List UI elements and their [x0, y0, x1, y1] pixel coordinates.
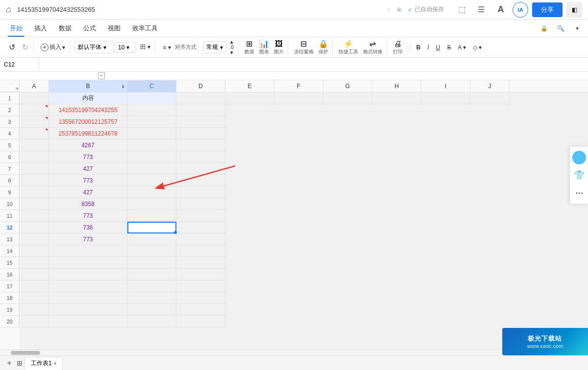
cell-b5[interactable]: 4267 — [49, 139, 127, 151]
cell-a8[interactable] — [20, 175, 49, 186]
right-panel-item-3[interactable]: ⋯ — [572, 186, 586, 200]
menu-item-view[interactable]: 视图 — [102, 21, 126, 36]
cell-a7[interactable] — [20, 163, 49, 175]
cell-j1[interactable] — [470, 92, 510, 104]
cell-d1[interactable] — [176, 92, 225, 104]
row-header-10[interactable]: 10 — [0, 198, 20, 210]
cell-a15[interactable] — [20, 257, 49, 269]
cell-d8[interactable] — [176, 175, 225, 186]
cell-a14[interactable] — [20, 245, 49, 257]
col-header-d[interactable]: D — [176, 80, 225, 92]
cell-d5[interactable] — [176, 139, 225, 151]
cell-b13[interactable]: 773 — [49, 233, 127, 245]
cell-c7[interactable] — [127, 163, 176, 175]
row-header-1[interactable]: 1 — [0, 92, 20, 104]
cell-b14[interactable] — [49, 245, 127, 257]
cell-d7[interactable] — [176, 163, 225, 175]
row-header-13[interactable]: 13 — [0, 233, 20, 245]
menu-item-insert[interactable]: 插入 — [28, 21, 53, 36]
cell-name-box[interactable]: C12 — [0, 58, 39, 71]
row-header-16[interactable]: 16 — [0, 269, 20, 280]
menu-item-efficiency[interactable]: 效率工具 — [126, 21, 164, 36]
cell-b12[interactable]: 736 — [49, 222, 127, 233]
cell-a12[interactable] — [20, 222, 49, 233]
cell-b8[interactable]: 773 — [49, 175, 127, 186]
data-button[interactable]: ⊞ 数据 — [243, 39, 256, 55]
cell-b18[interactable] — [49, 292, 127, 304]
bold-button[interactable]: B — [414, 42, 424, 53]
sheet-tab-icon[interactable]: ⊞ — [17, 359, 23, 367]
chart-button[interactable]: 📊 图表 — [257, 39, 271, 55]
cell-d9[interactable] — [176, 186, 225, 198]
font-size-selector[interactable]: 10 ▾ — [115, 42, 136, 53]
cell-b4[interactable]: 253785199811224678 — [49, 128, 127, 139]
right-panel-item-1[interactable] — [572, 151, 586, 164]
row-header-6[interactable]: 6 — [0, 151, 20, 163]
col-header-a[interactable]: A — [20, 80, 49, 92]
cell-b11[interactable]: 773 — [49, 210, 127, 222]
cell-c5[interactable] — [127, 139, 176, 151]
cell-d11[interactable] — [176, 210, 225, 222]
col-filter-icon[interactable]: ⇓ — [121, 84, 125, 89]
cell-a5[interactable] — [20, 139, 49, 151]
row-header-19[interactable]: 19 — [0, 304, 20, 316]
cell-b15[interactable] — [49, 257, 127, 269]
cell-b9[interactable]: 427 — [49, 186, 127, 198]
share-button[interactable]: 分享 — [532, 2, 563, 17]
lock-icon[interactable]: 🔒 — [537, 22, 551, 35]
star-icon[interactable]: ☆ — [386, 6, 392, 13]
fill-color-button[interactable]: ◇ ▾ — [470, 42, 485, 53]
cell-e2[interactable] — [225, 104, 274, 116]
cell-c3[interactable] — [127, 116, 176, 128]
menu-lines-icon[interactable]: ☰ — [473, 2, 489, 18]
menu-item-start[interactable]: 开始 — [4, 21, 28, 36]
border-button[interactable]: 田 ▾ — [137, 41, 153, 53]
cell-b20[interactable] — [49, 316, 127, 327]
home-icon[interactable]: ⌂ — [6, 4, 11, 15]
cell-c20[interactable] — [127, 316, 176, 327]
scroll-thumb[interactable] — [11, 351, 40, 355]
decimal-decrease[interactable]: ▼ — [227, 50, 236, 55]
cell-i1[interactable] — [421, 92, 470, 104]
cell-a20[interactable] — [20, 316, 49, 327]
cell-h1[interactable] — [372, 92, 421, 104]
row-header-14[interactable]: 14 — [0, 245, 20, 257]
cell-c18[interactable] — [127, 292, 176, 304]
cell-b17[interactable] — [49, 280, 127, 292]
font-size-icon[interactable]: A — [493, 2, 509, 18]
font-selector[interactable]: 默认字体 ▾ — [74, 41, 114, 53]
folder-icon[interactable]: ⊕ — [396, 6, 402, 13]
cell-b2[interactable]: 141535199704243255 — [49, 104, 127, 116]
group-collapse-btn[interactable]: − — [98, 72, 105, 79]
right-panel-item-2[interactable]: 👕 — [572, 168, 586, 182]
add-sheet-button[interactable]: + — [4, 358, 15, 369]
cell-d14[interactable] — [176, 245, 225, 257]
cell-a2[interactable] — [20, 104, 49, 116]
cell-a13[interactable] — [20, 233, 49, 245]
format-convert-button[interactable]: ⇌ 格式转换 — [361, 39, 385, 55]
underline-button[interactable]: U — [433, 42, 443, 53]
cell-d12[interactable] — [176, 222, 225, 233]
cell-d19[interactable] — [176, 304, 225, 316]
row-header-3[interactable]: 3 — [0, 116, 20, 128]
cell-b10[interactable]: 8358 — [49, 198, 127, 210]
cell-c16[interactable] — [127, 269, 176, 280]
image-button[interactable]: 🖼 图片 — [272, 40, 286, 55]
format-selector[interactable]: 常规 ▾ — [203, 41, 226, 53]
cell-d13[interactable] — [176, 233, 225, 245]
sheet-tab-dropdown[interactable]: ▾ — [54, 361, 56, 366]
col-header-b[interactable]: B ⇓ — [49, 80, 127, 92]
print-button[interactable]: 🖨 打印 — [391, 40, 405, 55]
font-color-button[interactable]: A ▾ — [455, 42, 469, 53]
cell-a16[interactable] — [20, 269, 49, 280]
cell-c14[interactable] — [127, 245, 176, 257]
cell-c13[interactable] — [127, 233, 176, 245]
cell-d20[interactable] — [176, 316, 225, 327]
cell-b7[interactable]: 427 — [49, 163, 127, 175]
col-header-e[interactable]: E — [225, 80, 274, 92]
row-header-18[interactable]: 18 — [0, 292, 20, 304]
align-button[interactable]: ≡ ▾ — [160, 42, 173, 53]
row-header-4[interactable]: 4 — [0, 128, 20, 139]
cell-f1[interactable] — [274, 92, 323, 104]
cell-c15[interactable] — [127, 257, 176, 269]
